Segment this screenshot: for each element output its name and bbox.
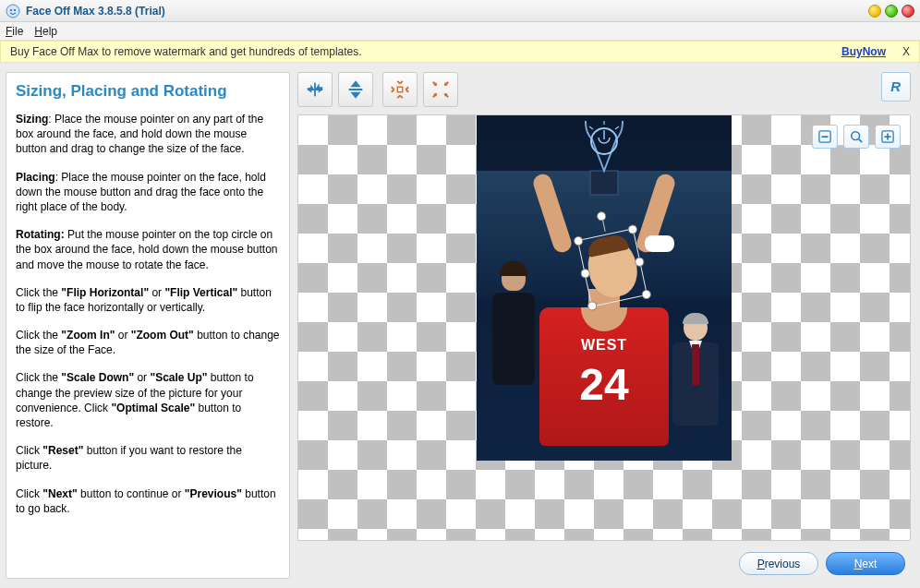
- help-rotating: Rotating: Put the mouse pointer on the t…: [16, 227, 280, 272]
- window-title: Face Off Max 3.8.5.8 (Trial): [26, 5, 165, 18]
- plus-icon: [881, 130, 894, 143]
- svg-line-16: [615, 126, 619, 129]
- official: [665, 315, 726, 444]
- svg-point-2: [14, 9, 16, 11]
- optimal-scale-button[interactable]: [843, 125, 869, 149]
- title-bar: Face Off Max 3.8.5.8 (Trial): [0, 0, 920, 22]
- help-sizing: Sizing: Place the mouse pointer on any p…: [16, 112, 280, 157]
- menu-file[interactable]: File: [6, 25, 23, 38]
- svg-line-8: [859, 139, 863, 143]
- help-rotating-label: Rotating:: [16, 228, 65, 241]
- trophy: [563, 121, 646, 198]
- svg-point-0: [6, 5, 19, 18]
- help-scale: Click the "Scale Down" or "Scale Up" but…: [16, 370, 280, 430]
- scale-down-button[interactable]: [812, 125, 838, 149]
- buy-now-link[interactable]: BuyNow: [841, 45, 886, 58]
- minus-icon: [818, 130, 831, 143]
- flip-vertical-button[interactable]: [338, 72, 373, 107]
- help-sizing-label: Sizing: [16, 113, 48, 126]
- app-icon: [6, 4, 20, 18]
- template-photo[interactable]: WEST 24: [477, 115, 732, 461]
- close-button[interactable]: [902, 5, 914, 18]
- window-controls: [868, 5, 914, 18]
- help-sizing-text: : Place the mouse pointer on any part of…: [16, 113, 263, 155]
- help-placing-label: Placing: [16, 171, 55, 184]
- help-zoom: Click the "Zoom In" or "Zoom Out" button…: [16, 328, 280, 357]
- zoom-in-button[interactable]: [382, 72, 418, 107]
- scale-controls: [812, 125, 901, 149]
- minimize-button[interactable]: [868, 5, 881, 18]
- maximize-button[interactable]: [885, 5, 898, 18]
- menu-help[interactable]: Help: [34, 25, 57, 38]
- help-nav: Click "Next" button to continue or "Prev…: [16, 486, 280, 516]
- zoom-out-button[interactable]: [423, 72, 458, 107]
- jersey-number: 24: [539, 359, 669, 410]
- zoom-out-icon: [430, 79, 451, 100]
- flip-group: [297, 72, 373, 107]
- menu-bar: File Help: [0, 22, 920, 41]
- reset-button[interactable]: R: [881, 72, 911, 102]
- help-reset: Click "Reset" button if you want to rest…: [16, 443, 280, 473]
- reset-icon: R: [887, 78, 905, 96]
- previous-button[interactable]: Previous: [739, 552, 818, 575]
- main-body: Sizing, Placing and Rotating Sizing: Pla…: [0, 63, 920, 588]
- nav-footer: Previous Next: [297, 541, 911, 579]
- toolbar: R: [297, 72, 911, 114]
- svg-rect-12: [590, 171, 618, 195]
- flip-horizontal-button[interactable]: [297, 72, 333, 107]
- zoom-in-icon: [390, 79, 410, 100]
- trial-message: Buy Face Off Max to remove watermark and…: [10, 45, 362, 58]
- svg-point-1: [10, 9, 12, 11]
- zoom-group: [382, 72, 458, 107]
- svg-line-15: [589, 126, 593, 129]
- background-player: [486, 263, 541, 411]
- jersey-text: WEST: [539, 337, 669, 354]
- jersey: WEST 24: [539, 307, 669, 446]
- svg-rect-3: [397, 87, 403, 92]
- help-panel: Sizing, Placing and Rotating Sizing: Pla…: [6, 72, 290, 579]
- help-title: Sizing, Placing and Rotating: [16, 82, 280, 101]
- help-flip: Click the "Flip Horizontal" or "Flip Ver…: [16, 285, 280, 315]
- flip-horizontal-icon: [305, 79, 325, 100]
- trial-banner: Buy Face Off Max to remove watermark and…: [0, 41, 920, 63]
- flip-vertical-icon: [345, 79, 366, 100]
- canvas[interactable]: WEST 24: [297, 114, 911, 541]
- svg-text:R: R: [890, 78, 901, 94]
- editor-pane: R: [297, 72, 911, 579]
- scale-up-button[interactable]: [875, 125, 901, 149]
- svg-point-7: [852, 132, 860, 140]
- next-button[interactable]: Next: [826, 552, 905, 575]
- wristband: [645, 235, 674, 252]
- magnifier-icon: [850, 130, 863, 143]
- trial-close-button[interactable]: X: [902, 45, 910, 58]
- help-placing: Placing: Place the mouse pointer on the …: [16, 170, 280, 215]
